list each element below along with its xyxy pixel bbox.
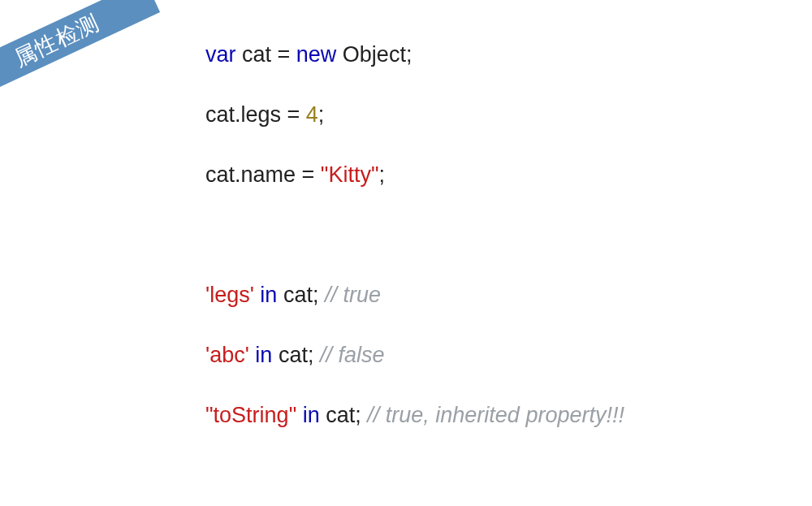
keyword: new xyxy=(296,42,337,67)
keyword: in xyxy=(255,343,272,367)
string-literal: "Kitty" xyxy=(321,162,379,187)
code-text: ; xyxy=(318,102,325,127)
string-literal: "toString" xyxy=(205,403,296,427)
code-text: cat; xyxy=(277,283,325,307)
code-text: Object; xyxy=(336,42,412,67)
code-line: "toString" in cat; // true, inherited pr… xyxy=(205,400,632,430)
code-line: var cat = new Object; xyxy=(205,40,632,70)
string-literal: 'legs' xyxy=(205,283,254,307)
ribbon-banner: 属性检测 xyxy=(0,0,160,102)
code-line: cat.name = "Kitty"; xyxy=(205,160,632,190)
code-line: 'abc' in cat; // false xyxy=(205,340,632,370)
code-line: 'legs' in cat; // true xyxy=(205,280,632,310)
code-text: cat; xyxy=(272,343,320,367)
number-literal: 4 xyxy=(306,102,318,127)
comment: // true xyxy=(325,283,381,307)
ribbon-label: 属性检测 xyxy=(11,11,103,71)
comment: // false xyxy=(320,343,385,367)
code-text: cat; xyxy=(320,403,368,427)
code-block: var cat = new Object; cat.legs = 4; cat.… xyxy=(205,10,632,506)
keyword: in xyxy=(260,283,277,307)
string-literal: 'abc' xyxy=(205,343,249,367)
comment: // true, inherited property!!! xyxy=(367,403,624,427)
blank-line xyxy=(205,220,632,250)
code-text: cat = xyxy=(236,42,296,67)
keyword: var xyxy=(205,42,236,67)
code-line: cat.legs = 4; xyxy=(205,100,632,130)
code-text xyxy=(296,403,303,427)
code-text: cat.legs = xyxy=(205,102,306,127)
keyword: in xyxy=(303,403,320,427)
code-text: ; xyxy=(379,162,386,187)
blank-line xyxy=(205,461,632,491)
code-text: cat.name = xyxy=(205,162,321,187)
